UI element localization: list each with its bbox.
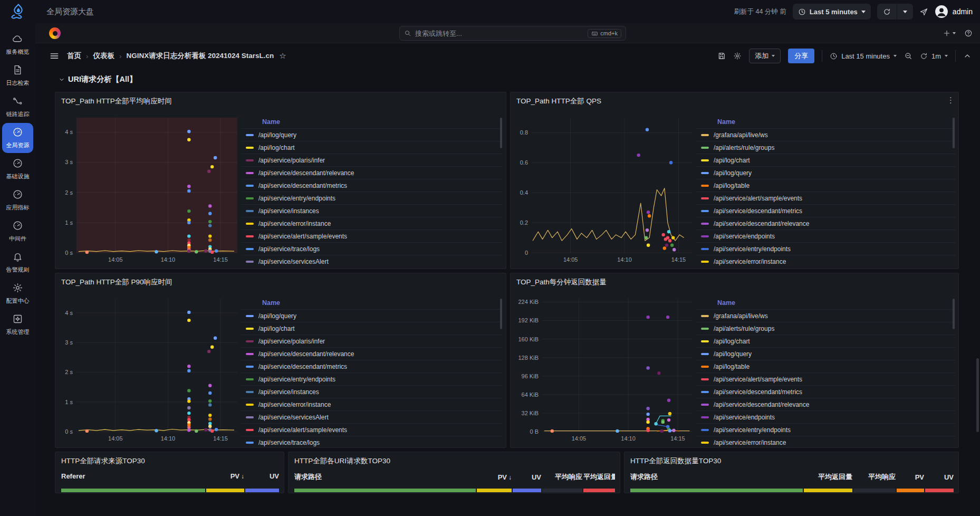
legend-item[interactable]: /api/service/servicesAlert — [241, 255, 503, 267]
sidebar-item-7[interactable]: 中间件 — [2, 216, 33, 246]
legend-item[interactable]: /api/service/alert/sample/events — [241, 230, 503, 242]
panel-title[interactable]: TOP_Path HTTP全部 P90响应时间 — [61, 278, 172, 287]
username-label[interactable]: admin — [953, 7, 973, 16]
panel-title[interactable]: TOP_Path HTTP全部 QPS — [516, 97, 601, 106]
legend-item[interactable]: /api/log/table — [696, 360, 955, 372]
legend-item[interactable]: /api/service/descendant/relevance — [696, 398, 955, 410]
legend-item[interactable]: /api/service/polaris/infer — [241, 335, 503, 347]
legend-item[interactable]: /api/alerts/rule/groups — [696, 141, 955, 154]
panel-title[interactable]: HTTP全部请求来源TOP30 — [61, 456, 145, 466]
legend-name-header[interactable]: Name — [696, 116, 955, 128]
legend-item[interactable]: /api/service/descendant/metrics — [696, 385, 955, 398]
sidebar-item-9[interactable]: 配置中心 — [2, 279, 33, 309]
panel-title[interactable]: HTTP全部返回数据量TOP30 — [630, 456, 721, 466]
sidebar-item-10[interactable]: 系统管理 — [2, 310, 33, 340]
legend-item[interactable]: /api/log/query — [241, 128, 503, 141]
legend-item[interactable]: /api/service/instances — [241, 204, 503, 217]
legend-item[interactable]: /api/service/polaris/infer — [241, 154, 503, 166]
global-time-range-picker[interactable]: Last 5 minutes — [793, 4, 871, 20]
send-button[interactable] — [919, 7, 928, 16]
column-header[interactable]: 平均返回量 — [583, 472, 615, 482]
legend-scrollbar[interactable] — [500, 299, 502, 329]
mega-menu-button[interactable] — [49, 51, 60, 61]
sidebar-item-6[interactable]: 应用指标 — [2, 185, 33, 215]
legend-item[interactable]: /api/service/alert/sample/events — [696, 192, 955, 204]
panel-title[interactable]: HTTP全部各URI请求数TOP30 — [294, 456, 390, 466]
legend-item[interactable]: /api/service/alert/sample/events — [696, 372, 955, 385]
global-refresh-interval-dropdown[interactable] — [897, 4, 913, 20]
legend-item[interactable]: /api/log/chart — [696, 154, 955, 166]
legend-item[interactable]: /api/log/query — [696, 166, 955, 179]
legend-name-header[interactable]: Name — [696, 297, 955, 309]
search-input[interactable] — [415, 30, 584, 37]
legend-item[interactable]: /api/service/entry/endpoints — [696, 242, 955, 255]
sidebar-item-1[interactable]: 服务概览 — [2, 30, 33, 60]
column-header[interactable]: UV — [513, 473, 541, 481]
legend-item[interactable]: /api/service/trace/logs — [241, 242, 503, 255]
save-dashboard-button[interactable] — [717, 52, 726, 60]
sidebar-item-5[interactable]: 基础设施 — [2, 154, 33, 184]
time-series-chart[interactable]: 00.20.40.60.814:0514:1014:15 — [514, 109, 695, 266]
legend-item[interactable]: /api/service/descendant/metrics — [696, 204, 955, 217]
legend-item[interactable]: /api/log/chart — [241, 322, 503, 335]
legend-item[interactable]: /api/service/endpoints — [696, 410, 955, 423]
app-logo[interactable] — [0, 0, 35, 23]
page-scrollbar[interactable] — [976, 358, 979, 432]
legend-item[interactable]: /grafana/api/live/ws — [696, 309, 955, 322]
legend-item[interactable]: /api/service/descendant/metrics — [241, 179, 503, 192]
legend-item[interactable]: /api/log/chart — [696, 335, 955, 347]
sidebar-item-3[interactable]: 链路追踪 — [2, 92, 33, 122]
legend-item[interactable]: /api/service/error/instance — [696, 255, 955, 267]
legend-item[interactable]: /api/service/entry/endpoints — [241, 192, 503, 204]
legend-item[interactable]: /api/service/instances — [241, 385, 503, 398]
dashboard-settings-button[interactable] — [733, 52, 742, 60]
time-series-chart[interactable]: 0 s1 s2 s3 s4 s14:0514:1014:15 — [59, 290, 240, 445]
legend-item[interactable]: /api/service/descendant/relevance — [696, 217, 955, 230]
zoom-out-time-button[interactable] — [904, 52, 912, 60]
time-series-chart[interactable]: 0 s1 s2 s3 s4 s14:0514:1014:15 — [59, 109, 240, 266]
legend-item[interactable]: /api/alerts/rule/groups — [696, 322, 955, 335]
row-uri-analysis[interactable]: URI请求分析【All】 — [59, 74, 137, 84]
breadcrumb-item-3[interactable]: NGINX请求日志分析看板 20241024 StarsL.cn — [127, 51, 274, 61]
column-header[interactable]: UV — [245, 472, 279, 480]
sidebar-item-4[interactable]: 全局资源 — [2, 123, 33, 153]
global-refresh-button[interactable] — [877, 4, 897, 20]
legend-name-header[interactable]: Name — [241, 297, 503, 309]
legend-item[interactable]: /api/log/query — [241, 309, 503, 322]
legend-item[interactable]: /api/service/trace/logs — [241, 436, 503, 446]
column-header[interactable]: 请求路径 — [294, 472, 476, 482]
column-header[interactable]: 平均响应 — [542, 472, 582, 482]
legend-scrollbar[interactable] — [953, 299, 955, 329]
search-bar[interactable]: cmd+k — [399, 26, 626, 41]
panel-title[interactable]: TOP_Path每分钟返回数据量 — [516, 278, 607, 287]
legend-item[interactable]: /api/service/alert/sample/events — [241, 423, 503, 436]
avatar[interactable] — [935, 5, 948, 18]
add-panel-button[interactable]: 添加 — [749, 49, 781, 63]
legend-name-header[interactable]: Name — [241, 116, 503, 128]
panel-title[interactable]: TOP_Path HTTP全部平均响应时间 — [61, 97, 172, 106]
column-header[interactable]: Referer — [61, 472, 205, 480]
legend-item[interactable]: /api/service/error/instance — [696, 436, 955, 446]
legend-item[interactable]: /grafana/api/live/ws — [696, 128, 955, 141]
help-button[interactable] — [964, 29, 973, 37]
breadcrumb-item-2[interactable]: 仪表板 — [93, 51, 115, 61]
grafana-logo-icon[interactable] — [49, 27, 61, 39]
column-header[interactable]: 平均返回量 — [804, 472, 852, 482]
legend-scrollbar[interactable] — [500, 118, 502, 148]
favorite-star-icon[interactable]: ☆ — [279, 51, 286, 61]
column-header[interactable]: 请求路径 — [630, 472, 803, 482]
refresh-dashboard-picker[interactable]: 1m — [920, 52, 948, 60]
legend-item[interactable]: /api/log/query — [696, 347, 955, 360]
legend-item[interactable]: /api/service/descendant/relevance — [241, 166, 503, 179]
new-dropdown-button[interactable] — [943, 29, 956, 37]
legend-item[interactable]: /api/service/error/instance — [241, 398, 503, 410]
panel-menu-icon[interactable]: ⋮ — [947, 95, 955, 105]
legend-item[interactable]: /api/service/servicesAlert — [241, 410, 503, 423]
legend-item[interactable]: /api/service/entry/endpoints — [696, 423, 955, 436]
legend-item[interactable]: /api/service/entry/endpoints — [241, 372, 503, 385]
legend-scrollbar[interactable] — [953, 118, 955, 148]
legend-item[interactable]: /api/service/error/instance — [241, 217, 503, 230]
sidebar-item-8[interactable]: 告警规则 — [2, 247, 33, 278]
share-button[interactable]: 分享 — [788, 49, 814, 63]
legend-item[interactable]: /api/service/descendant/metrics — [241, 360, 503, 372]
